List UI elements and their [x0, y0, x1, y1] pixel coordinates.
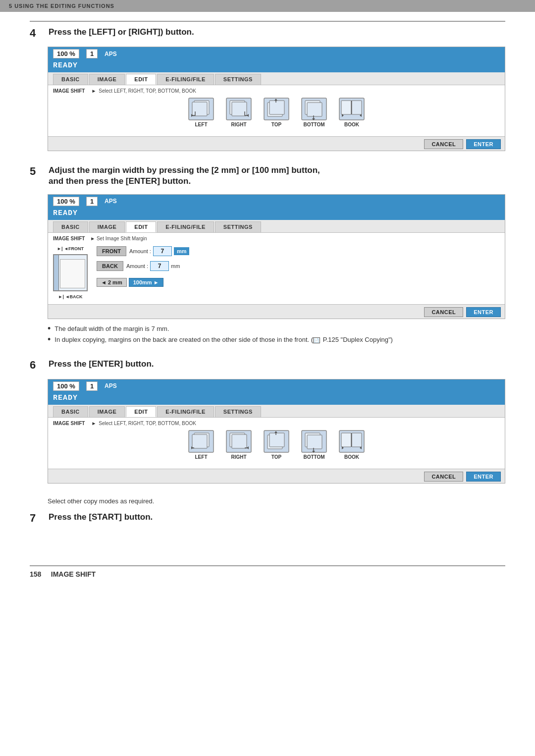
shift-icon-right-svg	[226, 98, 252, 120]
step6-block: 6 Press the [ENTER] button. 100 % 1 APS …	[30, 359, 505, 483]
step4-shift-buttons: LEFT RIGHT	[53, 98, 500, 127]
svg-rect-36	[307, 435, 322, 449]
margin-front-back-controls: FRONT Amount : 7 mm BACK Amount :	[97, 246, 189, 287]
step5-heading: 5 Adjust the margin width by pressing th…	[30, 165, 505, 187]
tab6-basic[interactable]: BASIC	[53, 406, 88, 417]
back-btn[interactable]: BACK	[97, 261, 123, 271]
step4-instr-text: Select LEFT, RIGHT, TOP, BOTTOM, BOOK	[99, 88, 196, 94]
step5-enter-btn[interactable]: ENTER	[466, 307, 501, 317]
shift-btn-right[interactable]: RIGHT	[226, 98, 252, 127]
step5-title-wrap: Adjust the margin width by pressing the …	[49, 165, 320, 187]
back-arrow-label: ►| ◄BACK	[58, 294, 83, 299]
tab4-efiling[interactable]: E-FILING/FILE	[157, 74, 214, 85]
step6-tabs: BASIC IMAGE EDIT E-FILING/FILE SETTINGS	[48, 405, 505, 418]
margin-back-ctrl-row: BACK Amount : 7 mm	[97, 261, 189, 271]
tab6-settings[interactable]: SETTINGS	[215, 406, 261, 417]
shift-btn-bottom[interactable]: BOTTOM	[301, 98, 327, 127]
front-amount-value: 7	[153, 246, 172, 256]
step5-bottom-row: CANCEL ENTER	[48, 304, 505, 319]
shift6-btn-right[interactable]: RIGHT	[226, 430, 252, 460]
margin-front-ctrl-row: FRONT Amount : 7 mm	[97, 246, 189, 256]
header-bar: 5 USING THE EDITING FUNCTIONS	[0, 0, 535, 12]
tab6-edit[interactable]: EDIT	[126, 406, 156, 417]
step6-cancel-btn[interactable]: CANCEL	[424, 472, 463, 482]
tab6-image[interactable]: IMAGE	[89, 406, 125, 417]
shift-label-bottom: BOTTOM	[303, 122, 324, 127]
tab4-edit[interactable]: EDIT	[126, 74, 156, 85]
step4-copies: 1	[86, 49, 98, 58]
footer-page: 158 IMAGE SHIFT	[30, 570, 96, 578]
front-btn[interactable]: FRONT	[97, 246, 126, 256]
tab5-edit[interactable]: EDIT	[126, 221, 156, 232]
step6-enter-btn[interactable]: ENTER	[466, 472, 501, 482]
step5-instr-text: Set Image Shift Margin	[97, 236, 147, 241]
tab5-basic[interactable]: BASIC	[53, 221, 88, 232]
shift6-btn-bottom[interactable]: BOTTOM	[301, 430, 327, 460]
margin-left-stripe	[54, 255, 59, 290]
step4-top-bar: 100 % 1 APS	[48, 47, 505, 60]
margin-main-row: ►| ◄FRONT ►| ◄BACK	[53, 244, 500, 299]
shift6-btn-left[interactable]: LEFT	[188, 430, 214, 460]
step5-cancel-btn[interactable]: CANCEL	[424, 307, 463, 317]
step5-screen-body: IMAGE SHIFT ► Set Image Shift Margin ►| …	[48, 233, 505, 304]
step5-tabs: BASIC IMAGE EDIT E-FILING/FILE SETTINGS	[48, 220, 505, 233]
svg-rect-39	[341, 433, 351, 447]
content-area: 4 Press the [LEFT] or [RIGHT]) button. 1…	[0, 22, 535, 553]
step4-screen-body: IMAGE SHIFT ► Select LEFT, RIGHT, TOP, B…	[48, 85, 505, 136]
tab4-basic[interactable]: BASIC	[53, 74, 88, 85]
step4-screen-panel: 100 % 1 APS READY BASIC IMAGE EDIT E-FIL…	[48, 47, 505, 151]
shift-btn-book[interactable]: BOOK	[339, 98, 365, 127]
tab5-efiling[interactable]: E-FILING/FILE	[157, 221, 214, 232]
step4-num: 4	[30, 27, 44, 40]
shift6-btn-book[interactable]: BOOK	[339, 430, 365, 460]
shift6-icon-book	[339, 430, 365, 453]
back-amount-value: 7	[150, 261, 169, 271]
margin-diagram: ►| ◄FRONT ►| ◄BACK	[53, 246, 88, 299]
step4-section-label: IMAGE SHIFT	[53, 88, 85, 94]
note-1: • The default width of the margin is 7 m…	[48, 324, 505, 334]
tab5-settings[interactable]: SETTINGS	[215, 221, 261, 232]
step4-percent: 100 %	[53, 49, 79, 58]
shift6-icon-left	[188, 430, 214, 453]
select-other-text: Select other copy modes as required.	[48, 497, 505, 505]
step5-copies: 1	[86, 197, 98, 206]
shift6-btn-top[interactable]: TOP	[264, 430, 289, 460]
tab6-efiling[interactable]: E-FILING/FILE	[157, 406, 214, 417]
shift-btn-left[interactable]: LEFT	[188, 98, 214, 127]
step6-instr-text: Select LEFT, RIGHT, TOP, BOTTOM, BOOK	[99, 421, 196, 426]
tab4-settings[interactable]: SETTINGS	[215, 74, 261, 85]
step7-title: Press the [START] button.	[49, 512, 153, 523]
shift-label-right: RIGHT	[231, 122, 246, 127]
step4-enter-btn[interactable]: ENTER	[466, 139, 501, 149]
step6-percent: 100 %	[53, 381, 79, 391]
step7-heading: 7 Press the [START] button.	[30, 512, 505, 525]
front-arrow-label: ►| ◄FRONT	[57, 246, 84, 251]
step5-block: 5 Adjust the margin width by pressing th…	[30, 165, 505, 345]
shift-btn-top[interactable]: TOP	[264, 98, 289, 127]
margin-paper-wrap	[53, 254, 88, 291]
footer-page-num: 158	[30, 570, 41, 578]
shift-label-book: BOOK	[344, 122, 359, 127]
svg-rect-14	[307, 103, 322, 116]
step5-notes: • The default width of the margin is 7 m…	[48, 324, 505, 345]
btn-2mm[interactable]: ◄ 2 mm	[97, 278, 127, 287]
step4-bottom-row: CANCEL ENTER	[48, 136, 505, 151]
step6-title: Press the [ENTER] button.	[49, 359, 154, 370]
margin-stepper-row: ◄ 2 mm 100mm ►	[97, 278, 189, 287]
step6-screen-body: IMAGE SHIFT ► Select LEFT, RIGHT, TOP, B…	[48, 418, 505, 469]
svg-rect-17	[341, 101, 351, 114]
back-amount-label: Amount :	[126, 263, 148, 269]
note-2: • In duplex copying, margins on the back…	[48, 335, 505, 345]
svg-rect-10	[269, 101, 284, 114]
margin-front-row: ►| ◄FRONT	[57, 246, 84, 251]
step6-instruction: IMAGE SHIFT ► Select LEFT, RIGHT, TOP, B…	[53, 421, 500, 426]
tab5-image[interactable]: IMAGE	[89, 221, 125, 232]
shift6-label-book: BOOK	[344, 454, 359, 460]
step4-cancel-btn[interactable]: CANCEL	[424, 139, 463, 149]
step4-title: Press the [LEFT] or [RIGHT]) button.	[49, 27, 194, 38]
step6-copies: 1	[86, 381, 98, 391]
btn-100mm[interactable]: 100mm ►	[129, 278, 163, 287]
step5-percent: 100 %	[53, 197, 79, 206]
tab4-image[interactable]: IMAGE	[89, 74, 125, 85]
back-amount-unit: mm	[171, 263, 180, 269]
